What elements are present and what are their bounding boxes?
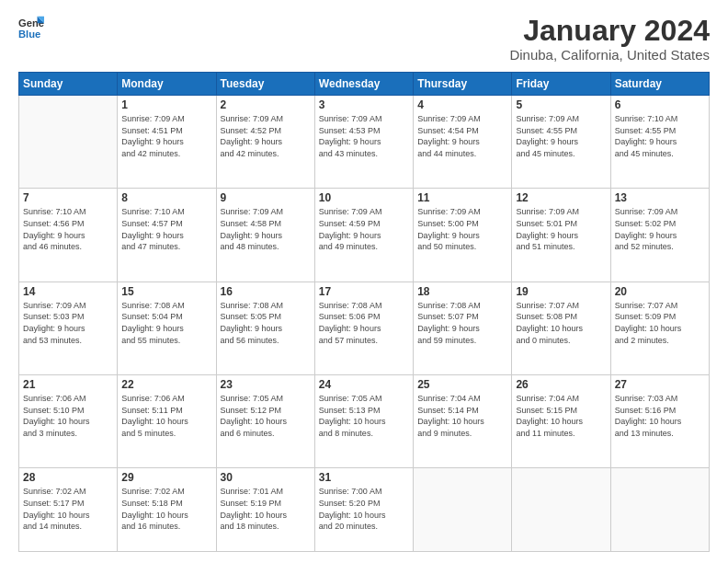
day-info: Sunrise: 7:06 AM Sunset: 5:10 PM Dayligh… [23,393,113,439]
day-number: 22 [121,378,211,391]
table-row: 25Sunrise: 7:04 AM Sunset: 5:14 PM Dayli… [414,375,512,468]
table-row: 29Sunrise: 7:02 AM Sunset: 5:18 PM Dayli… [118,468,216,552]
day-number: 31 [319,471,409,484]
main-title: January 2024 [509,15,710,47]
header: General Blue January 2024 Dinuba, Califo… [18,15,710,63]
day-info: Sunrise: 7:09 AM Sunset: 4:58 PM Dayligh… [221,206,311,252]
day-number: 13 [615,191,705,204]
header-friday: Friday [512,73,610,96]
day-number: 19 [516,285,606,298]
table-row: 31Sunrise: 7:00 AM Sunset: 5:20 PM Dayli… [314,468,413,552]
calendar-week-1: 1Sunrise: 7:09 AM Sunset: 4:51 PM Daylig… [19,96,710,189]
day-number: 20 [615,285,705,298]
table-row: 7Sunrise: 7:10 AM Sunset: 4:56 PM Daylig… [19,189,118,282]
table-row: 2Sunrise: 7:09 AM Sunset: 4:52 PM Daylig… [216,96,314,189]
day-number: 16 [221,285,311,298]
day-number: 5 [516,98,606,111]
table-row: 3Sunrise: 7:09 AM Sunset: 4:53 PM Daylig… [314,96,413,189]
table-row: 21Sunrise: 7:06 AM Sunset: 5:10 PM Dayli… [19,375,118,468]
day-info: Sunrise: 7:01 AM Sunset: 5:19 PM Dayligh… [221,486,311,532]
day-info: Sunrise: 7:10 AM Sunset: 4:57 PM Dayligh… [121,206,211,252]
day-number: 6 [615,98,705,111]
table-row: 5Sunrise: 7:09 AM Sunset: 4:55 PM Daylig… [512,96,610,189]
table-row: 13Sunrise: 7:09 AM Sunset: 5:02 PM Dayli… [610,189,709,282]
day-number: 7 [23,191,113,204]
logo: General Blue [18,15,44,40]
header-sunday: Sunday [19,73,118,96]
day-number: 21 [23,378,113,391]
header-thursday: Thursday [414,73,512,96]
day-info: Sunrise: 7:09 AM Sunset: 5:01 PM Dayligh… [516,206,606,252]
table-row: 16Sunrise: 7:08 AM Sunset: 5:05 PM Dayli… [216,282,314,374]
header-wednesday: Wednesday [314,73,413,96]
calendar-week-4: 21Sunrise: 7:06 AM Sunset: 5:10 PM Dayli… [19,375,710,468]
table-row: 14Sunrise: 7:09 AM Sunset: 5:03 PM Dayli… [19,282,118,374]
day-info: Sunrise: 7:07 AM Sunset: 5:08 PM Dayligh… [516,300,606,346]
day-info: Sunrise: 7:08 AM Sunset: 5:07 PM Dayligh… [417,300,507,346]
day-info: Sunrise: 7:00 AM Sunset: 5:20 PM Dayligh… [319,486,409,532]
day-number: 17 [319,285,409,298]
day-info: Sunrise: 7:05 AM Sunset: 5:12 PM Dayligh… [221,393,311,439]
day-info: Sunrise: 7:09 AM Sunset: 4:53 PM Dayligh… [319,113,409,159]
calendar-week-3: 14Sunrise: 7:09 AM Sunset: 5:03 PM Dayli… [19,282,710,374]
day-info: Sunrise: 7:06 AM Sunset: 5:11 PM Dayligh… [121,393,211,439]
day-number: 9 [221,191,311,204]
day-info: Sunrise: 7:05 AM Sunset: 5:13 PM Dayligh… [319,393,409,439]
table-row: 26Sunrise: 7:04 AM Sunset: 5:15 PM Dayli… [512,375,610,468]
subtitle: Dinuba, California, United States [509,47,710,63]
svg-text:Blue: Blue [18,29,40,40]
table-row: 6Sunrise: 7:10 AM Sunset: 4:55 PM Daylig… [610,96,709,189]
day-number: 26 [516,378,606,391]
day-info: Sunrise: 7:10 AM Sunset: 4:56 PM Dayligh… [23,206,113,252]
day-info: Sunrise: 7:08 AM Sunset: 5:04 PM Dayligh… [121,300,211,346]
calendar-table: Sunday Monday Tuesday Wednesday Thursday… [18,72,710,552]
table-row: 22Sunrise: 7:06 AM Sunset: 5:11 PM Dayli… [118,375,216,468]
day-info: Sunrise: 7:04 AM Sunset: 5:15 PM Dayligh… [516,393,606,439]
day-info: Sunrise: 7:09 AM Sunset: 4:51 PM Dayligh… [121,113,211,159]
page: General Blue January 2024 Dinuba, Califo… [0,0,728,563]
table-row: 24Sunrise: 7:05 AM Sunset: 5:13 PM Dayli… [314,375,413,468]
day-info: Sunrise: 7:09 AM Sunset: 4:54 PM Dayligh… [417,113,507,159]
table-row: 17Sunrise: 7:08 AM Sunset: 5:06 PM Dayli… [314,282,413,374]
table-row: 12Sunrise: 7:09 AM Sunset: 5:01 PM Dayli… [512,189,610,282]
table-row: 4Sunrise: 7:09 AM Sunset: 4:54 PM Daylig… [414,96,512,189]
day-number: 10 [319,191,409,204]
header-monday: Monday [118,73,216,96]
table-row: 28Sunrise: 7:02 AM Sunset: 5:17 PM Dayli… [19,468,118,552]
day-info: Sunrise: 7:09 AM Sunset: 4:55 PM Dayligh… [516,113,606,159]
day-number: 12 [516,191,606,204]
day-number: 24 [319,378,409,391]
table-row [414,468,512,552]
logo-icon: General Blue [18,15,44,40]
day-info: Sunrise: 7:07 AM Sunset: 5:09 PM Dayligh… [615,300,705,346]
day-info: Sunrise: 7:10 AM Sunset: 4:55 PM Dayligh… [615,113,705,159]
header-tuesday: Tuesday [216,73,314,96]
day-number: 8 [121,191,211,204]
day-number: 29 [121,471,211,484]
day-number: 14 [23,285,113,298]
day-info: Sunrise: 7:03 AM Sunset: 5:16 PM Dayligh… [615,393,705,439]
day-info: Sunrise: 7:09 AM Sunset: 4:52 PM Dayligh… [221,113,311,159]
table-row: 18Sunrise: 7:08 AM Sunset: 5:07 PM Dayli… [414,282,512,374]
table-row [512,468,610,552]
table-row: 9Sunrise: 7:09 AM Sunset: 4:58 PM Daylig… [216,189,314,282]
day-info: Sunrise: 7:09 AM Sunset: 5:00 PM Dayligh… [417,206,507,252]
day-number: 3 [319,98,409,111]
day-number: 2 [221,98,311,111]
table-row: 23Sunrise: 7:05 AM Sunset: 5:12 PM Dayli… [216,375,314,468]
calendar-header-row: Sunday Monday Tuesday Wednesday Thursday… [19,73,710,96]
day-info: Sunrise: 7:09 AM Sunset: 5:02 PM Dayligh… [615,206,705,252]
day-number: 28 [23,471,113,484]
day-info: Sunrise: 7:04 AM Sunset: 5:14 PM Dayligh… [417,393,507,439]
table-row: 11Sunrise: 7:09 AM Sunset: 5:00 PM Dayli… [414,189,512,282]
day-number: 18 [417,285,507,298]
day-number: 27 [615,378,705,391]
table-row: 20Sunrise: 7:07 AM Sunset: 5:09 PM Dayli… [610,282,709,374]
day-info: Sunrise: 7:09 AM Sunset: 5:03 PM Dayligh… [23,300,113,346]
table-row [610,468,709,552]
table-row [19,96,118,189]
table-row: 19Sunrise: 7:07 AM Sunset: 5:08 PM Dayli… [512,282,610,374]
table-row: 30Sunrise: 7:01 AM Sunset: 5:19 PM Dayli… [216,468,314,552]
day-info: Sunrise: 7:02 AM Sunset: 5:18 PM Dayligh… [121,486,211,532]
table-row: 8Sunrise: 7:10 AM Sunset: 4:57 PM Daylig… [118,189,216,282]
